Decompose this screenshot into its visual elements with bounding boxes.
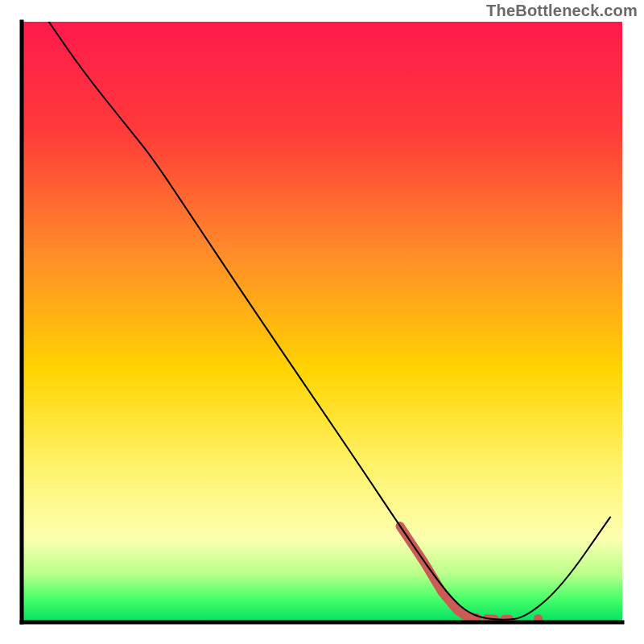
chart-container: { "watermark": "TheBottleneck.com", "cha… [0, 0, 644, 644]
watermark-text: TheBottleneck.com [486, 2, 638, 20]
bottleneck-chart [0, 0, 644, 644]
plot-background [22, 22, 622, 622]
